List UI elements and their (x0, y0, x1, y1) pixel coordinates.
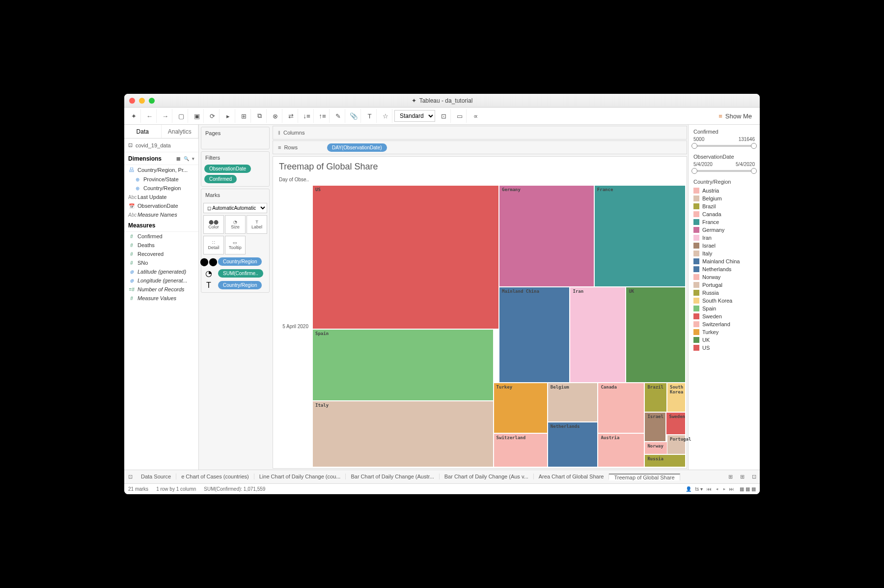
legend-item[interactable]: Russia (691, 289, 758, 297)
field-item[interactable]: =#Number of Records (124, 285, 198, 294)
mark-pill[interactable]: Country/Region (218, 257, 262, 266)
legend-item[interactable]: Netherlands (691, 265, 758, 273)
field-item[interactable]: ⊕Latitude (generated) (124, 267, 198, 276)
clear-button[interactable]: ⊗ (269, 109, 282, 123)
zoom-icon[interactable] (149, 98, 155, 104)
new-dashboard-button[interactable]: ⊞ (736, 474, 748, 480)
treemap-cell[interactable]: Mainland China (499, 287, 570, 383)
legend-item[interactable]: Italy (691, 250, 758, 257)
treemap-cell[interactable]: South Korea (667, 383, 686, 412)
field-item[interactable]: #Confirmed (124, 232, 198, 241)
swap-button[interactable]: ⇄ (284, 109, 298, 123)
fit-selector[interactable]: Standard (394, 110, 435, 122)
field-item[interactable]: #SNo (124, 258, 198, 267)
run-button[interactable]: ▸ (221, 109, 235, 123)
legend-item[interactable]: Israel (691, 242, 758, 250)
new-datasource-button[interactable]: ▣ (190, 109, 204, 123)
treemap-chart[interactable]: USSpainItalyGermanyFranceMainland ChinaI… (312, 185, 686, 467)
field-item[interactable]: AbcMeasure Names (124, 210, 198, 219)
legend-item[interactable]: South Korea (691, 297, 758, 305)
treemap-cell[interactable]: Spain (312, 329, 494, 401)
duplicate-button[interactable]: ⧉ (253, 109, 267, 123)
close-icon[interactable] (129, 98, 135, 104)
legend-item[interactable]: Switzerland (691, 320, 758, 328)
obsdate-slider[interactable] (693, 170, 755, 172)
treemap-cell[interactable]: Germany (499, 185, 594, 287)
viz-title[interactable]: Treemap of Global Share (273, 157, 687, 177)
treemap-cell[interactable]: US (312, 185, 499, 329)
legend-item[interactable]: Canada (691, 210, 758, 218)
legend-item[interactable]: Belgium (691, 195, 758, 202)
treemap-cell[interactable]: Belgium (548, 383, 598, 422)
new-worksheet-button[interactable]: ⊞ (237, 109, 251, 123)
mark-type-selector[interactable]: ◻ AutomaticAutomatic (203, 203, 267, 213)
treemap-cell[interactable]: Portugal (667, 435, 686, 454)
treemap-cell[interactable]: France (594, 185, 686, 287)
mark-pill[interactable]: SUM(Confirme.. (218, 269, 263, 278)
field-item[interactable]: #Measure Values (124, 294, 198, 303)
legend-item[interactable]: US (691, 344, 758, 352)
marks-color-button[interactable]: ⬤⬤Color (203, 215, 224, 234)
view-buttons[interactable]: ▦ ▦ ▦ (740, 486, 756, 492)
pin-button[interactable]: ☆ (379, 109, 392, 123)
datasource-tab-icon[interactable]: ⊡ (124, 474, 136, 480)
treemap-cell[interactable]: Canada (598, 383, 644, 433)
presentation-button[interactable]: ▭ (453, 109, 467, 123)
field-item[interactable]: 📅ObservationDate (124, 201, 198, 210)
treemap-cell[interactable]: UK (626, 287, 686, 383)
treemap-cell[interactable]: Italy (312, 401, 494, 467)
field-item[interactable]: AbcLast Update (124, 193, 198, 201)
field-item[interactable]: ⊕Province/State (124, 175, 198, 184)
mark-pill[interactable]: Country/Region (218, 281, 262, 289)
field-item[interactable]: ⊕Country/Region (124, 184, 198, 193)
menu-icon[interactable]: ▾ (192, 156, 194, 161)
treemap-cell[interactable]: Brazil (644, 383, 667, 412)
legend-item[interactable]: Brazil (691, 202, 758, 210)
new-story-button[interactable]: ⊡ (748, 474, 760, 480)
tab-data[interactable]: Data (124, 125, 162, 138)
search-icon[interactable]: 🔍 (184, 156, 189, 161)
treemap-cell[interactable]: Sweden (666, 412, 686, 435)
field-item[interactable]: #Deaths (124, 241, 198, 250)
labels-button[interactable]: T (363, 109, 377, 123)
filter-pill[interactable]: Confirmed (204, 175, 237, 183)
tableau-icon[interactable]: ✦ (127, 109, 141, 123)
marks-label-button[interactable]: TLabel (247, 215, 267, 234)
rows-pill[interactable]: DAY(ObservationDate) (327, 143, 387, 152)
treemap-cell[interactable]: Switzerland (494, 433, 548, 467)
legend-item[interactable]: Norway (691, 273, 758, 281)
legend-item[interactable]: Mainland China (691, 257, 758, 265)
treemap-cell[interactable]: Netherlands (548, 422, 598, 467)
columns-shelf[interactable]: ⦀Columns (273, 126, 687, 140)
filters-shelf[interactable]: Filters ObservationDateConfirmed (201, 151, 270, 187)
nav-buttons[interactable]: ⏮ ◀ ▶ ⏭ (707, 486, 736, 492)
minimize-icon[interactable] (139, 98, 145, 104)
treemap-cell[interactable]: Israel (644, 412, 666, 442)
field-item[interactable]: ⊕Longitude (generat... (124, 276, 198, 285)
tab-analytics[interactable]: Analytics (162, 125, 199, 138)
back-button[interactable]: ← (143, 109, 157, 123)
share-button[interactable]: ∝ (469, 109, 482, 123)
sheet-tab[interactable]: Data Source (136, 474, 176, 479)
cards-button[interactable]: ⊡ (437, 109, 451, 123)
legend-item[interactable]: Spain (691, 305, 758, 312)
rows-shelf[interactable]: ≡Rows DAY(ObservationDate) (273, 140, 687, 154)
view-icon[interactable]: ▦ (176, 156, 181, 161)
sort-desc-button[interactable]: ↑≡ (316, 109, 330, 123)
show-me-button[interactable]: ≡ Show Me (714, 112, 757, 120)
pages-shelf[interactable]: Pages (201, 127, 270, 149)
sheet-tab[interactable]: Bar Chart of Daily Change (Austr... (346, 474, 439, 479)
field-item[interactable]: #Recovered (124, 250, 198, 258)
marks-size-button[interactable]: ◔Size (225, 215, 246, 234)
legend-item[interactable]: France (691, 218, 758, 226)
legend-item[interactable]: Iran (691, 234, 758, 242)
save-button[interactable]: ▢ (174, 109, 188, 123)
legend-item[interactable]: Germany (691, 226, 758, 234)
sheet-tab[interactable]: Line Chart of Daily Change (cou... (254, 474, 346, 479)
sheet-tab[interactable]: Treemap of Global Share (609, 474, 680, 480)
treemap-cell[interactable]: Austria (598, 433, 644, 467)
legend-item[interactable]: UK (691, 336, 758, 344)
legend-item[interactable]: Portugal (691, 281, 758, 289)
confirmed-slider[interactable] (693, 145, 755, 147)
treemap-cell[interactable]: Russia (644, 454, 686, 467)
